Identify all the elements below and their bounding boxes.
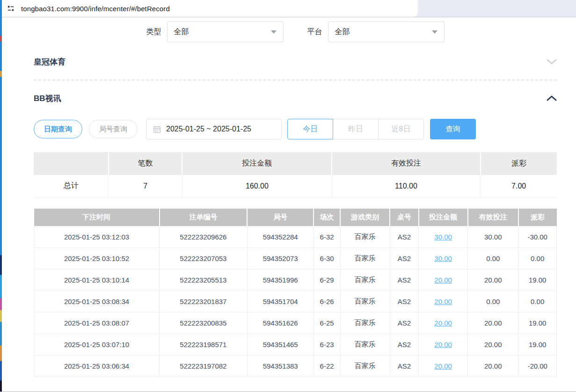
table-no-cell: AS2: [390, 248, 418, 269]
table-no-cell: AS2: [390, 269, 418, 291]
session-cell: 6-22: [314, 356, 340, 377]
bet-time-cell: 2025-01-25 03:08:34: [34, 291, 160, 312]
valid-bet-cell: 0.00: [468, 248, 518, 269]
payout-cell: -30.00: [518, 226, 557, 248]
type-select[interactable]: 全部: [167, 22, 284, 42]
summary-total-value: 7: [109, 175, 182, 197]
summary-header-cell: 投注金额: [182, 152, 332, 175]
bet-col-header: 有效投注: [468, 209, 518, 226]
table-row: 2025-01-25 03:08:07522223200835594351626…: [34, 312, 557, 334]
date-range-picker[interactable]: 2025-01-25 ~ 2025-01-25: [146, 119, 282, 139]
bet-no-cell: 522223207053: [160, 248, 248, 269]
bet-no-cell: 522223198571: [160, 334, 248, 356]
valid-bet-cell: 20.00: [468, 356, 518, 377]
summary-total-row: 总计7160.00110.007.00: [34, 175, 557, 197]
bet-amount-link[interactable]: 30.00: [434, 254, 452, 262]
bet-no-cell: 522223201837: [160, 291, 248, 312]
query-controls: 日期查询 局号查询 2025-01-25 ~ 2025-01-25 今日 昨日 …: [34, 119, 557, 139]
date-query-tab[interactable]: 日期查询: [34, 120, 82, 138]
round-no-cell: 594351383: [247, 356, 314, 377]
valid-bet-cell: 0.00: [468, 291, 518, 312]
bet-time-cell: 2025-01-25 03:07:10: [34, 334, 160, 356]
payout-cell: 19.00: [518, 334, 557, 356]
summary-header-cell: 笔数: [109, 152, 182, 175]
platform-label: 平台: [307, 27, 322, 37]
payout-cell: 19.00: [518, 312, 557, 334]
summary-table: 笔数投注金额有效投注派彩 总计7160.00110.007.00: [34, 152, 557, 198]
table-no-cell: AS2: [390, 312, 418, 334]
chevron-down-icon[interactable]: [547, 58, 557, 65]
search-button[interactable]: 查询: [430, 119, 476, 139]
caret-down-icon: [271, 30, 277, 34]
round-no-cell: 594351465: [247, 334, 314, 356]
bet-col-header: 局号: [247, 209, 314, 226]
table-row: 2025-01-25 03:08:34522223201837594351704…: [34, 291, 557, 312]
section-title-crown: 皇冠体育: [34, 57, 66, 67]
table-no-cell: AS2: [390, 226, 418, 248]
table-row: 2025-01-25 03:10:14522223205513594351996…: [34, 269, 557, 291]
bet-col-header: 游戏类别: [340, 209, 390, 226]
bet-amount-link[interactable]: 20.00: [434, 298, 452, 305]
bet-amount-cell: 30.00: [419, 226, 468, 248]
table-no-cell: AS2: [390, 291, 418, 312]
bet-no-cell: 522223200835: [160, 312, 248, 334]
omnibox[interactable]: tongbao31.com:9900/infe/mcenter/#/betRec…: [0, 0, 418, 17]
round-no-cell: 594352284: [247, 226, 314, 248]
session-cell: 6-29: [314, 269, 340, 291]
summary-header-cell: 有效投注: [332, 152, 481, 175]
summary-header-row: 笔数投注金额有效投注派彩: [34, 152, 557, 175]
payout-cell: -20.00: [518, 356, 557, 377]
bet-col-header: 下注时间: [34, 209, 160, 226]
game-type-cell: 百家乐: [340, 334, 390, 356]
last8days-button[interactable]: 近8日: [378, 119, 424, 139]
bet-time-cell: 2025-01-25 03:10:14: [34, 269, 160, 291]
bet-amount-cell: 20.00: [419, 291, 468, 312]
bet-amount-cell: 20.00: [419, 312, 468, 334]
url-text[interactable]: tongbao31.com:9900/infe/mcenter/#/betRec…: [21, 5, 170, 13]
summary-total-value: 110.00: [332, 175, 481, 197]
filter-row: 类型 全部 平台 全部: [34, 22, 557, 42]
table-row: 2025-01-25 03:12:03522223209626594352284…: [34, 226, 557, 248]
section-divider: [34, 80, 557, 80]
round-no-cell: 594351704: [247, 291, 314, 312]
bet-table-body: 2025-01-25 03:12:03522223209626594352284…: [34, 226, 557, 377]
bet-amount-cell: 30.00: [419, 248, 468, 269]
caret-down-icon: [432, 30, 437, 34]
bet-time-cell: 2025-01-25 03:06:34: [34, 356, 160, 377]
bet-amount-link[interactable]: 20.00: [434, 276, 452, 284]
bet-amount-cell: 20.00: [419, 269, 468, 291]
chevron-up-icon[interactable]: [547, 95, 557, 102]
session-cell: 6-32: [314, 226, 340, 248]
round-query-tab[interactable]: 局号查询: [89, 120, 138, 138]
platform-select[interactable]: 全部: [328, 22, 445, 42]
section-bb-video[interactable]: BB视讯: [34, 88, 557, 109]
bet-amount-link[interactable]: 30.00: [434, 233, 452, 241]
table-row: 2025-01-25 03:10:52522223207053594352073…: [34, 248, 557, 269]
bet-amount-cell: 20.00: [419, 334, 468, 356]
bet-col-header: 投注金额: [419, 209, 468, 226]
bet-header-row: 下注时间注单编号局号场次游戏类别桌号投注金额有效投注派彩: [34, 209, 557, 226]
session-cell: 6-26: [314, 291, 340, 312]
section-title-bb: BB视讯: [34, 93, 61, 104]
screen-edge-artifact: [0, 0, 2, 392]
game-type-cell: 百家乐: [340, 291, 390, 312]
bet-amount-link[interactable]: 20.00: [434, 319, 452, 327]
game-type-cell: 百家乐: [340, 248, 390, 269]
date-range-value: 2025-01-25 ~ 2025-01-25: [166, 125, 251, 133]
summary-total-label: 总计: [34, 175, 109, 197]
bet-col-header: 场次: [314, 209, 340, 226]
payout-cell: 0.00: [518, 291, 557, 312]
bet-no-cell: 522223205513: [160, 269, 248, 291]
bet-col-header: 注单编号: [160, 209, 248, 226]
bet-time-cell: 2025-01-25 03:12:03: [34, 226, 160, 248]
today-button[interactable]: 今日: [287, 119, 333, 139]
section-crown-sports[interactable]: 皇冠体育: [34, 51, 557, 72]
site-settings-icon[interactable]: [7, 4, 15, 13]
round-no-cell: 594352073: [247, 248, 314, 269]
table-no-cell: AS2: [390, 334, 418, 356]
bet-no-cell: 522223197082: [160, 356, 248, 377]
bet-amount-link[interactable]: 20.00: [434, 341, 452, 348]
bet-amount-link[interactable]: 20.00: [434, 362, 452, 370]
summary-header-cell: [34, 152, 109, 175]
yesterday-button[interactable]: 昨日: [333, 119, 379, 139]
